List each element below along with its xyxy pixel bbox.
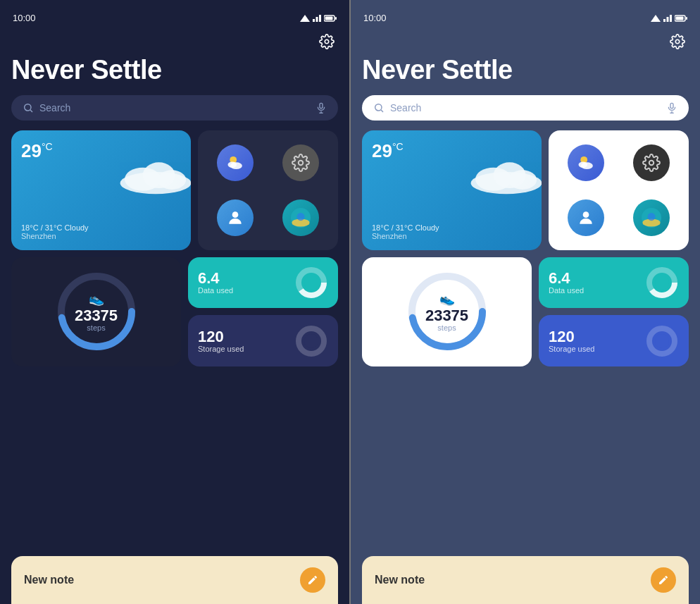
widgets-row2-light: 👟 23375 steps 6.4 Data used [362, 257, 689, 366]
app-icon-person-light[interactable] [568, 199, 604, 236]
data-label-light: Data used [549, 286, 584, 295]
storage-label-light: Storage used [549, 345, 594, 353]
mic-icon-light[interactable] [666, 102, 677, 113]
steps-label-dark: steps [75, 323, 118, 332]
data-chart-dark [294, 266, 328, 300]
status-icons-dark [300, 15, 337, 22]
mic-icon-dark[interactable] [315, 102, 327, 113]
widgets-grid-light: 29°C 18°C / 31°C Cloudy Shenzhen [362, 130, 689, 549]
person-app-icon [226, 209, 244, 227]
status-bar-dark: 10:00 [11, 13, 338, 23]
app-icon-person-dark[interactable] [217, 199, 254, 236]
person-app-icon-light [577, 209, 595, 227]
battery-icon [324, 15, 337, 22]
app-title-light: Never Settle [362, 56, 689, 85]
svg-point-54 [583, 211, 589, 218]
data-chart-light [645, 266, 679, 300]
search-bar-dark[interactable]: Search [11, 95, 338, 121]
weather-location-light: Shenzhen [372, 232, 532, 240]
weather-detail-dark: 18°C / 31°C Cloudy [21, 223, 181, 232]
weather-app-icon-light [576, 153, 596, 173]
gear-app-icon [292, 154, 310, 172]
steps-ring-dark: 👟 23375 steps [54, 269, 139, 354]
weather-location-dark: Shenzhen [21, 232, 181, 240]
data-value-dark: 6.4 [198, 271, 233, 286]
svg-rect-43 [670, 103, 673, 108]
apps-widget-light [549, 130, 689, 250]
steps-count-dark: 23375 [75, 308, 118, 323]
dark-panel: 10:00 Never Settle [0, 0, 349, 604]
steps-center-light: 👟 23375 steps [425, 291, 468, 332]
svg-rect-34 [663, 19, 665, 22]
svg-rect-38 [686, 17, 687, 20]
svg-rect-5 [335, 17, 337, 20]
apps-widget-dark [198, 130, 338, 250]
storage-value-dark: 120 [198, 329, 244, 345]
new-note-light[interactable]: New note [362, 556, 689, 604]
search-bar-light[interactable]: Search [362, 95, 689, 121]
svg-point-57 [647, 213, 655, 221]
earth-app-icon [291, 208, 311, 228]
svg-marker-0 [300, 15, 310, 22]
app-icon-earth-dark[interactable] [282, 199, 319, 236]
svg-point-24 [296, 213, 304, 221]
svg-point-49 [508, 170, 537, 190]
search-placeholder-light: Search [390, 102, 661, 113]
app-icon-gear-light[interactable] [633, 144, 670, 181]
app-icon-earth-light[interactable] [633, 199, 670, 236]
svg-point-7 [325, 39, 329, 44]
signal-icon [300, 15, 310, 22]
pencil-icon-light [658, 574, 669, 586]
widgets-row1-light: 29°C 18°C / 31°C Cloudy Shenzhen [362, 130, 689, 250]
storage-widget-light[interactable]: 120 Storage used [539, 315, 689, 366]
storage-label-dark: Storage used [198, 345, 244, 353]
data-widget-dark[interactable]: 6.4 Data used [188, 257, 338, 309]
app-icon-weather-dark[interactable] [217, 144, 254, 181]
svg-point-52 [579, 161, 588, 167]
steps-widget-dark[interactable]: 👟 23375 steps [11, 257, 181, 366]
svg-rect-35 [667, 17, 669, 22]
settings-button-dark[interactable] [315, 30, 338, 53]
app-title-dark: Never Settle [11, 56, 338, 85]
status-bar-light: 10:00 [362, 13, 689, 23]
svg-point-21 [232, 211, 239, 218]
storage-widget-dark[interactable]: 120 Storage used [188, 315, 338, 366]
steps-widget-light[interactable]: 👟 23375 steps [362, 257, 532, 366]
svg-point-62 [655, 276, 669, 290]
svg-rect-10 [320, 103, 323, 108]
svg-rect-36 [670, 15, 672, 22]
data-label-dark: Data used [198, 286, 233, 295]
data-widget-light[interactable]: 6.4 Data used [539, 257, 689, 309]
gear-icon-dark [319, 34, 335, 49]
weather-widget-light[interactable]: 29°C 18°C / 31°C Cloudy Shenzhen [362, 130, 542, 250]
steps-center-dark: 👟 23375 steps [75, 291, 118, 332]
note-button-light[interactable] [651, 567, 676, 593]
status-time-light: 10:00 [363, 13, 387, 23]
light-panel: 10:00 Never Settle [351, 0, 700, 604]
app-icon-gear-dark[interactable] [282, 144, 319, 181]
earth-app-icon-light [642, 208, 661, 228]
svg-point-40 [675, 39, 680, 44]
svg-point-20 [299, 161, 304, 166]
svg-line-42 [381, 110, 383, 112]
network-icon-light [663, 15, 672, 22]
note-button-dark[interactable] [300, 567, 325, 593]
gear-icon-light [670, 34, 685, 49]
app-icon-weather-light[interactable] [568, 144, 604, 181]
svg-point-19 [228, 161, 237, 167]
shoe-icon-light: 👟 [425, 291, 468, 307]
svg-rect-6 [325, 16, 333, 20]
svg-line-9 [30, 110, 32, 112]
right-col-light: 6.4 Data used 120 Storage used [539, 257, 689, 366]
cloud-image-light [468, 150, 542, 196]
cloud-image-dark [117, 150, 191, 196]
settings-button-light[interactable] [666, 30, 689, 53]
new-note-dark[interactable]: New note [11, 556, 338, 604]
widgets-row1-dark: 29°C 18°C / 31°C Cloudy Shenzhen [11, 130, 338, 250]
search-icon-light [373, 102, 385, 113]
weather-widget-dark[interactable]: 29°C 18°C / 31°C Cloudy Shenzhen [11, 130, 191, 250]
note-text-dark: New note [24, 574, 74, 586]
status-icons-light [651, 15, 687, 22]
search-icon-dark [23, 102, 34, 113]
gear-app-icon-light [642, 154, 661, 172]
